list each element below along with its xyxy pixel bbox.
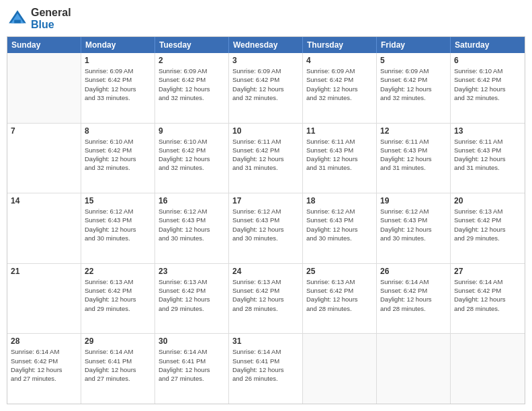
day-info: Sunrise: 6:09 AMSunset: 6:42 PMDaylight:… [159,66,225,102]
day-number: 11 [306,126,373,136]
day-info: Sunrise: 6:09 AMSunset: 6:42 PMDaylight:… [85,66,151,102]
day-number: 31 [232,336,299,346]
calendar-week-1: 78Sunrise: 6:10 AMSunset: 6:42 PMDayligh… [7,124,525,194]
day-number: 24 [232,267,299,276]
calendar-cell: 19Sunrise: 6:12 AMSunset: 6:43 PMDayligh… [377,193,451,263]
calendar-cell [7,53,81,123]
day-number: 26 [380,267,447,276]
day-number: 18 [306,196,373,205]
day-number: 16 [159,196,225,205]
calendar-cell: 24Sunrise: 6:13 AMSunset: 6:42 PMDayligh… [229,264,303,334]
calendar-cell: 6Sunrise: 6:10 AMSunset: 6:42 PMDaylight… [451,53,525,123]
calendar-cell: 13Sunrise: 6:11 AMSunset: 6:43 PMDayligh… [451,124,525,193]
calendar-cell: 7 [7,124,81,193]
day-number: 28 [11,336,77,346]
day-info: Sunrise: 6:13 AMSunset: 6:42 PMDaylight:… [232,277,299,313]
day-info: Sunrise: 6:12 AMSunset: 6:43 PMDaylight:… [159,207,225,242]
day-number: 30 [159,336,225,346]
day-number: 12 [380,126,447,136]
day-info: Sunrise: 6:09 AMSunset: 6:42 PMDaylight:… [232,66,299,102]
day-number: 15 [85,196,151,205]
calendar-cell: 26Sunrise: 6:14 AMSunset: 6:42 PMDayligh… [377,264,451,334]
day-number: 7 [11,126,77,136]
logo-icon [7,8,28,30]
day-number: 3 [232,56,299,65]
calendar-cell: 12Sunrise: 6:11 AMSunset: 6:43 PMDayligh… [377,124,451,193]
day-info: Sunrise: 6:13 AMSunset: 6:42 PMDaylight:… [306,277,373,313]
calendar-week-0: 1Sunrise: 6:09 AMSunset: 6:42 PMDaylight… [7,53,525,124]
calendar: SundayMondayTuesdayWednesdayThursdayFrid… [7,36,525,404]
header: General Blue [7,7,525,31]
calendar-cell [377,334,451,404]
calendar-cell: 28Sunrise: 6:14 AMSunset: 6:42 PMDayligh… [7,334,81,404]
page: General Blue SundayMondayTuesdayWednesda… [0,0,532,411]
calendar-cell: 20Sunrise: 6:13 AMSunset: 6:42 PMDayligh… [451,193,525,263]
calendar-cell: 27Sunrise: 6:14 AMSunset: 6:42 PMDayligh… [451,264,525,334]
day-info: Sunrise: 6:11 AMSunset: 6:43 PMDaylight:… [454,137,521,173]
calendar-cell: 17Sunrise: 6:12 AMSunset: 6:43 PMDayligh… [229,193,303,263]
calendar-cell [451,334,525,404]
day-info: Sunrise: 6:14 AMSunset: 6:42 PMDaylight:… [11,347,77,383]
day-info: Sunrise: 6:10 AMSunset: 6:42 PMDaylight:… [454,66,521,102]
day-info: Sunrise: 6:14 AMSunset: 6:42 PMDaylight:… [380,277,447,313]
day-number: 8 [85,126,151,136]
day-number: 6 [454,56,521,65]
logo-text: General Blue [31,7,71,31]
day-number: 9 [159,126,225,136]
day-info: Sunrise: 6:09 AMSunset: 6:42 PMDaylight:… [306,66,373,102]
day-number: 14 [11,196,77,205]
day-number: 4 [306,56,373,65]
day-info: Sunrise: 6:12 AMSunset: 6:43 PMDaylight:… [232,207,299,242]
day-info: Sunrise: 6:10 AMSunset: 6:42 PMDaylight:… [159,137,225,173]
weekday-header-monday: Monday [81,37,155,53]
day-number: 20 [454,196,521,205]
calendar-cell: 30Sunrise: 6:14 AMSunset: 6:41 PMDayligh… [155,334,229,404]
calendar-week-4: 28Sunrise: 6:14 AMSunset: 6:42 PMDayligh… [7,334,525,404]
weekday-header-saturday: Saturday [451,37,525,53]
day-number: 10 [232,126,299,136]
calendar-body: 1Sunrise: 6:09 AMSunset: 6:42 PMDaylight… [7,53,525,404]
day-info: Sunrise: 6:14 AMSunset: 6:41 PMDaylight:… [85,347,151,383]
day-info: Sunrise: 6:14 AMSunset: 6:41 PMDaylight:… [159,347,225,383]
weekday-header-wednesday: Wednesday [229,37,303,53]
day-number: 25 [306,267,373,276]
day-info: Sunrise: 6:14 AMSunset: 6:41 PMDaylight:… [232,347,299,383]
svg-rect-2 [14,20,21,24]
calendar-cell: 1Sunrise: 6:09 AMSunset: 6:42 PMDaylight… [81,53,155,123]
calendar-cell: 25Sunrise: 6:13 AMSunset: 6:42 PMDayligh… [303,264,377,334]
day-info: Sunrise: 6:11 AMSunset: 6:42 PMDaylight:… [232,137,299,173]
day-info: Sunrise: 6:13 AMSunset: 6:42 PMDaylight:… [85,277,151,313]
calendar-cell: 5Sunrise: 6:09 AMSunset: 6:42 PMDaylight… [377,53,451,123]
day-number: 2 [159,56,225,65]
day-number: 27 [454,267,521,276]
day-number: 13 [454,126,521,136]
calendar-cell: 16Sunrise: 6:12 AMSunset: 6:43 PMDayligh… [155,193,229,263]
calendar-cell: 15Sunrise: 6:12 AMSunset: 6:43 PMDayligh… [81,193,155,263]
day-number: 29 [85,336,151,346]
calendar-cell: 18Sunrise: 6:12 AMSunset: 6:43 PMDayligh… [303,193,377,263]
weekday-header-sunday: Sunday [7,37,81,53]
calendar-cell: 2Sunrise: 6:09 AMSunset: 6:42 PMDaylight… [155,53,229,123]
day-info: Sunrise: 6:12 AMSunset: 6:43 PMDaylight:… [85,207,151,242]
calendar-cell: 14 [7,193,81,263]
calendar-cell: 9Sunrise: 6:10 AMSunset: 6:42 PMDaylight… [155,124,229,193]
day-info: Sunrise: 6:11 AMSunset: 6:43 PMDaylight:… [306,137,373,173]
day-info: Sunrise: 6:09 AMSunset: 6:42 PMDaylight:… [380,66,447,102]
day-info: Sunrise: 6:12 AMSunset: 6:43 PMDaylight:… [380,207,447,242]
calendar-cell: 10Sunrise: 6:11 AMSunset: 6:42 PMDayligh… [229,124,303,193]
calendar-week-2: 1415Sunrise: 6:12 AMSunset: 6:43 PMDayli… [7,193,525,264]
calendar-cell: 3Sunrise: 6:09 AMSunset: 6:42 PMDaylight… [229,53,303,123]
calendar-header: SundayMondayTuesdayWednesdayThursdayFrid… [7,37,525,53]
day-info: Sunrise: 6:10 AMSunset: 6:42 PMDaylight:… [85,137,151,173]
day-number: 17 [232,196,299,205]
day-number: 5 [380,56,447,65]
calendar-cell: 4Sunrise: 6:09 AMSunset: 6:42 PMDaylight… [303,53,377,123]
day-number: 23 [159,267,225,276]
weekday-header-thursday: Thursday [303,37,377,53]
weekday-header-tuesday: Tuesday [155,37,229,53]
calendar-cell: 8Sunrise: 6:10 AMSunset: 6:42 PMDaylight… [81,124,155,193]
calendar-cell: 21 [7,264,81,334]
day-number: 1 [85,56,151,65]
day-info: Sunrise: 6:13 AMSunset: 6:42 PMDaylight:… [454,207,521,242]
logo: General Blue [7,7,71,31]
